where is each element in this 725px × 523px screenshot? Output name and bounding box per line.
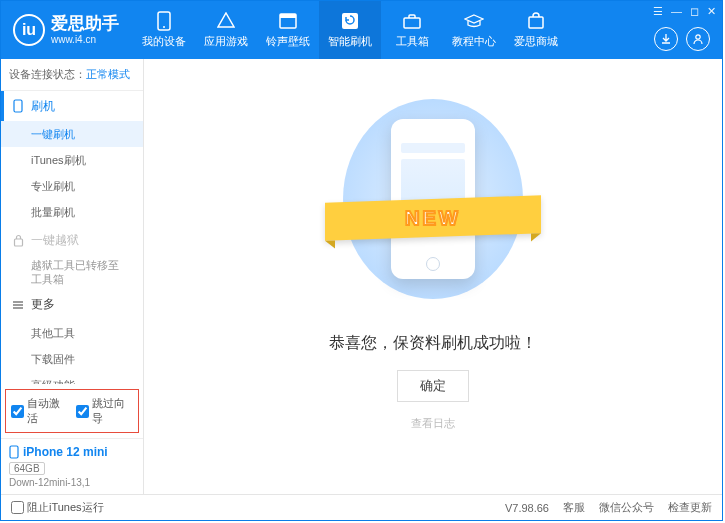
- nav-toolbox[interactable]: 工具箱: [381, 1, 443, 59]
- title-bar: iu 爱思助手 www.i4.cn 我的设备 应用游戏 铃声壁纸 智能刷机: [1, 1, 722, 59]
- user-icon[interactable]: [686, 27, 710, 51]
- logo-icon: iu: [13, 14, 45, 46]
- svg-rect-13: [10, 446, 18, 458]
- checkbox-label: 自动激活: [27, 396, 68, 426]
- title-actions: [654, 27, 710, 51]
- brand-name: 爱思助手: [51, 15, 119, 34]
- sidebar-cat-jailbreak[interactable]: 一键越狱: [1, 225, 143, 255]
- auto-activate-checkbox[interactable]: 自动激活: [11, 396, 68, 426]
- svg-rect-5: [404, 18, 420, 28]
- status-bar: 阻止iTunes运行 V7.98.66 客服 微信公众号 检查更新: [1, 494, 722, 520]
- sidebar-item-itunes-flash[interactable]: iTunes刷机: [1, 147, 143, 173]
- toolbox-icon: [402, 11, 422, 31]
- success-message: 恭喜您，保资料刷机成功啦！: [329, 333, 537, 354]
- svg-rect-8: [14, 100, 22, 112]
- flash-options-box: 自动激活 跳过向导: [5, 389, 139, 433]
- connection-status: 设备连接状态：正常模式: [1, 59, 143, 91]
- menu-icon[interactable]: ☰: [653, 5, 663, 18]
- sidebar-item-other-tools[interactable]: 其他工具: [1, 320, 143, 346]
- skip-guide-input[interactable]: [76, 405, 89, 418]
- customer-service-link[interactable]: 客服: [563, 500, 585, 515]
- view-log-link[interactable]: 查看日志: [411, 416, 455, 431]
- nav-smart-flash[interactable]: 智能刷机: [319, 1, 381, 59]
- phone-icon: [9, 445, 19, 459]
- close-icon[interactable]: ✕: [707, 5, 716, 18]
- wechat-link[interactable]: 微信公众号: [599, 500, 654, 515]
- phone-icon: [11, 99, 25, 113]
- nav-label: 工具箱: [396, 34, 429, 49]
- store-icon: [526, 11, 546, 31]
- version-label: V7.98.66: [505, 502, 549, 514]
- cat-label: 一键越狱: [31, 232, 79, 249]
- lock-icon: [11, 233, 25, 247]
- device-storage: 64GB: [9, 462, 45, 475]
- nav-label: 教程中心: [452, 34, 496, 49]
- cat-label: 更多: [31, 296, 55, 313]
- block-itunes-checkbox[interactable]: 阻止iTunes运行: [11, 500, 104, 515]
- checkbox-label: 跳过向导: [92, 396, 133, 426]
- status-label: 设备连接状态：: [9, 68, 86, 80]
- new-ribbon: NEW: [325, 195, 541, 241]
- body: 设备连接状态：正常模式 刷机 一键刷机 iTunes刷机 专业刷机 批量刷机 一…: [1, 59, 722, 494]
- nav-label: 铃声壁纸: [266, 34, 310, 49]
- svg-rect-6: [529, 17, 543, 28]
- nav-label: 智能刷机: [328, 34, 372, 49]
- download-icon[interactable]: [654, 27, 678, 51]
- window-controls: ☰ — ◻ ✕: [653, 5, 716, 18]
- phone-icon: [154, 11, 174, 31]
- svg-point-7: [696, 35, 700, 39]
- nav-my-device[interactable]: 我的设备: [133, 1, 195, 59]
- wallpaper-icon: [278, 11, 298, 31]
- top-nav: 我的设备 应用游戏 铃声壁纸 智能刷机 工具箱 教程中心: [133, 1, 567, 59]
- nav-tutorials[interactable]: 教程中心: [443, 1, 505, 59]
- nav-store[interactable]: 爱思商城: [505, 1, 567, 59]
- ok-button[interactable]: 确定: [397, 370, 469, 402]
- block-itunes-input[interactable]: [11, 501, 24, 514]
- device-name: iPhone 12 mini: [9, 445, 135, 459]
- sidebar-item-oneclick-flash[interactable]: 一键刷机: [1, 121, 143, 147]
- refresh-icon: [340, 11, 360, 31]
- app-window: iu 爱思助手 www.i4.cn 我的设备 应用游戏 铃声壁纸 智能刷机: [0, 0, 723, 521]
- ribbon-text: NEW: [405, 207, 461, 230]
- sidebar-cat-flash[interactable]: 刷机: [1, 91, 143, 121]
- nav-apps[interactable]: 应用游戏: [195, 1, 257, 59]
- svg-rect-3: [280, 14, 296, 18]
- success-illustration: NEW: [343, 99, 523, 299]
- status-mode: 正常模式: [86, 68, 130, 80]
- sidebar-item-advanced[interactable]: 高级功能: [1, 372, 143, 384]
- checkbox-label: 阻止iTunes运行: [27, 500, 104, 515]
- minimize-icon[interactable]: —: [671, 5, 682, 18]
- cat-label: 刷机: [31, 98, 55, 115]
- nav-ringtones[interactable]: 铃声壁纸: [257, 1, 319, 59]
- nav-label: 爱思商城: [514, 34, 558, 49]
- sidebar-item-pro-flash[interactable]: 专业刷机: [1, 173, 143, 199]
- svg-rect-9: [14, 239, 22, 246]
- sidebar-item-batch-flash[interactable]: 批量刷机: [1, 199, 143, 225]
- device-info[interactable]: iPhone 12 mini 64GB Down-12mini-13,1: [1, 438, 143, 494]
- sidebar: 设备连接状态：正常模式 刷机 一键刷机 iTunes刷机 专业刷机 批量刷机 一…: [1, 59, 144, 494]
- sidebar-jailbreak-info: 越狱工具已转移至 工具箱: [1, 255, 143, 290]
- sidebar-item-download-firmware[interactable]: 下载固件: [1, 346, 143, 372]
- tutorial-icon: [464, 11, 484, 31]
- brand-url: www.i4.cn: [51, 34, 119, 45]
- main-content: NEW 恭喜您，保资料刷机成功啦！ 确定 查看日志: [144, 59, 722, 494]
- auto-activate-input[interactable]: [11, 405, 24, 418]
- nav-label: 应用游戏: [204, 34, 248, 49]
- apps-icon: [216, 11, 236, 31]
- device-meta: Down-12mini-13,1: [9, 477, 135, 488]
- more-icon: [11, 298, 25, 312]
- svg-point-1: [163, 26, 165, 28]
- skip-guide-checkbox[interactable]: 跳过向导: [76, 396, 133, 426]
- nav-label: 我的设备: [142, 34, 186, 49]
- maximize-icon[interactable]: ◻: [690, 5, 699, 18]
- brand: iu 爱思助手 www.i4.cn: [13, 14, 119, 46]
- sidebar-cat-more[interactable]: 更多: [1, 290, 143, 320]
- check-update-link[interactable]: 检查更新: [668, 500, 712, 515]
